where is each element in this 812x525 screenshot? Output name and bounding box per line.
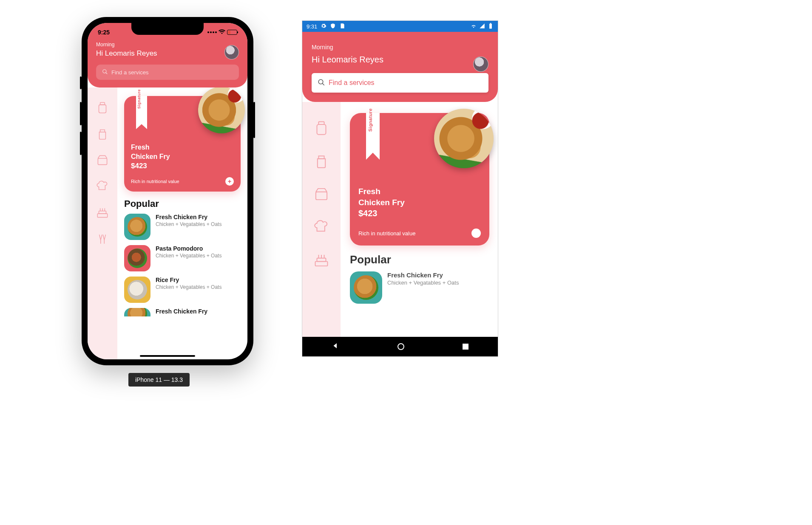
popular-item-title: Pasta Pomodoro: [156, 245, 221, 252]
user-avatar[interactable]: [224, 45, 239, 59]
wifi-icon: [219, 29, 225, 36]
popular-item[interactable]: Fresh Chicken Fry: [124, 308, 241, 316]
svg-line-1: [106, 72, 108, 74]
popular-item[interactable]: Rice Fry Chicken + Vegatables + Oats: [124, 277, 241, 303]
category-chef-hat-icon[interactable]: [95, 179, 110, 194]
svg-rect-5: [97, 214, 107, 217]
popular-item-subtitle: Chicken + Vegatables + Oats: [387, 279, 459, 287]
cellular-signal-icon: [479, 23, 485, 30]
svg-rect-10: [489, 23, 492, 28]
app-header: Morning Hi Leomaris Reyes Find a service…: [302, 32, 498, 102]
popular-item[interactable]: Fresh Chicken Fry Chicken + Vegatables +…: [124, 214, 241, 240]
category-chef-hat-icon[interactable]: [312, 218, 330, 236]
svg-point-12: [318, 79, 323, 84]
popular-item-title: Fresh Chicken Fry: [156, 308, 207, 315]
svg-rect-4: [98, 158, 107, 165]
featured-dish-subtitle: Rich in nutritional value: [358, 230, 415, 237]
featured-dish-price: $423: [131, 162, 234, 170]
svg-rect-17: [315, 262, 328, 266]
main-content: Signature Fresh Chicken Fry $423 Rich in…: [117, 88, 247, 359]
gear-icon: [321, 23, 327, 30]
svg-rect-14: [317, 124, 326, 135]
popular-item-image: [350, 271, 382, 304]
svg-rect-2: [99, 105, 106, 113]
featured-dish-title: Fresh Chicken Fry: [358, 186, 481, 208]
popular-heading: Popular: [350, 253, 489, 266]
wifi-icon: [471, 23, 477, 30]
category-box-icon[interactable]: [95, 153, 110, 167]
device-label: iPhone 11 — 13.3: [128, 373, 190, 387]
category-box-icon[interactable]: [312, 185, 330, 203]
svg-rect-3: [100, 102, 105, 104]
signature-ribbon-label: Signature: [368, 108, 373, 132]
category-cake-icon[interactable]: [95, 206, 110, 220]
category-rail: [88, 88, 117, 359]
category-jam-icon[interactable]: [312, 152, 330, 170]
category-drinks-icon[interactable]: [95, 232, 110, 246]
android-back-button[interactable]: [332, 342, 339, 351]
greeting-user-name: Hi Leomaris Reyes: [312, 55, 488, 65]
category-rail: [302, 102, 341, 337]
featured-dish-title: Fresh Chicken Fry: [131, 143, 234, 161]
android-nav-bar: [302, 337, 498, 356]
popular-item[interactable]: Fresh Chicken Fry Chicken + Vegatables +…: [350, 271, 489, 304]
greeting-time-of-day: Morning: [96, 42, 239, 48]
app-body: Signature Fresh Chicken Fry $423 Rich in…: [302, 102, 498, 337]
svg-rect-18: [317, 258, 326, 262]
greeting-user-name: Hi Leomaris Reyes: [96, 49, 239, 58]
category-jar-icon[interactable]: [95, 100, 110, 115]
ios-status-time: 9:25: [98, 29, 110, 36]
featured-dish-subtitle: Rich in nutritional value: [131, 179, 179, 184]
search-placeholder: Find a services: [329, 79, 375, 87]
app-body: Signature Fresh Chicken Fry $423 Rich in…: [88, 88, 247, 359]
iphone-device-frame: 9:25 Morning Hi Leomaris Reyes Find a se…: [82, 17, 253, 365]
featured-dish-image: [434, 109, 494, 168]
category-jar-icon[interactable]: [312, 119, 330, 137]
svg-line-13: [322, 83, 324, 85]
popular-list: Fresh Chicken Fry Chicken + Vegatables +…: [350, 271, 489, 304]
signature-ribbon-label: Signature: [137, 89, 141, 109]
popular-item[interactable]: Pasta Pomodoro Chicken + Vegatables + Oa…: [124, 245, 241, 271]
iphone-power-button: [253, 102, 255, 138]
iphone-screen: 9:25 Morning Hi Leomaris Reyes Find a se…: [88, 23, 247, 359]
android-status-time: 9:31: [307, 23, 317, 30]
search-input[interactable]: Find a services: [96, 65, 239, 80]
add-to-cart-button[interactable]: +: [225, 177, 234, 186]
search-input[interactable]: Find a services: [312, 73, 488, 93]
shield-icon: [330, 23, 336, 30]
popular-item-image: [124, 245, 150, 271]
popular-list: Fresh Chicken Fry Chicken + Vegatables +…: [124, 214, 241, 316]
popular-item-image: [124, 214, 150, 240]
featured-dish-card[interactable]: Signature Fresh Chicken Fry $423 Rich in…: [350, 113, 489, 246]
iphone-notch: [131, 23, 204, 35]
svg-rect-15: [318, 122, 324, 125]
category-jam-icon[interactable]: [95, 127, 110, 141]
iphone-mute-switch: [80, 76, 82, 89]
popular-item-image: [124, 308, 150, 316]
android-recent-apps-button[interactable]: [463, 344, 468, 350]
battery-icon: [227, 30, 237, 35]
greeting-time-of-day: Morning: [312, 44, 488, 51]
cellular-signal-icon: [207, 31, 217, 33]
add-to-cart-button[interactable]: +: [471, 229, 481, 238]
iphone-volume-up: [80, 102, 82, 125]
popular-item-subtitle: Chicken + Vegatables + Oats: [156, 253, 221, 260]
popular-heading: Popular: [124, 198, 241, 209]
svg-rect-11: [490, 23, 491, 24]
search-placeholder: Find a services: [111, 69, 148, 76]
featured-dish-card[interactable]: Signature Fresh Chicken Fry $423 Rich in…: [124, 96, 241, 192]
user-avatar[interactable]: [473, 56, 488, 72]
android-device-frame: 9:31 Morning Hi Leomaris Reyes Find a se…: [302, 20, 498, 357]
featured-dish-price: $423: [358, 209, 481, 218]
popular-item-title: Rice Fry: [156, 277, 221, 283]
search-icon: [318, 79, 325, 88]
iphone-volume-down: [80, 132, 82, 155]
iphone-home-indicator[interactable]: [140, 355, 195, 357]
popular-item-subtitle: Chicken + Vegatables + Oats: [156, 284, 221, 291]
popular-item-title: Fresh Chicken Fry: [156, 214, 221, 220]
category-cake-icon[interactable]: [312, 251, 330, 269]
popular-item-image: [124, 277, 150, 303]
main-content: Signature Fresh Chicken Fry $423 Rich in…: [341, 102, 498, 337]
battery-icon: [488, 23, 494, 30]
android-home-button[interactable]: [397, 343, 404, 350]
